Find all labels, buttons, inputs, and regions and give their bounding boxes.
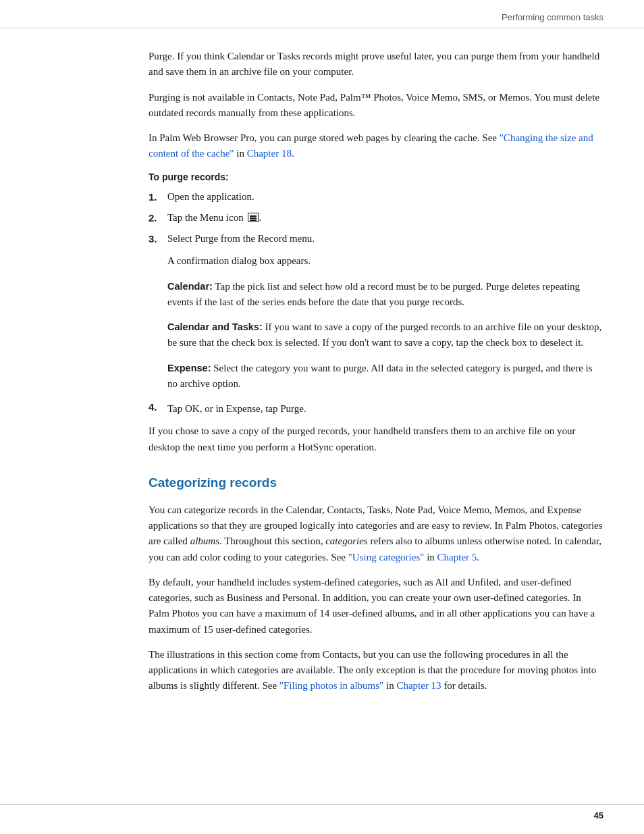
- link-chapter18[interactable]: Chapter 18: [247, 148, 292, 159]
- header-title: Performing common tasks: [502, 12, 603, 22]
- section-para1-mid: . Throughout this section,: [219, 536, 325, 546]
- step-4-number: 4.: [149, 401, 167, 413]
- calendar-label: Calendar:: [167, 281, 213, 292]
- para3-prefix-text: In Palm Web Browser Pro, you can purge s…: [149, 132, 500, 143]
- section-para3-in: in: [383, 680, 396, 691]
- step-2-number: 2.: [149, 210, 167, 226]
- section-heading: Categorizing records: [149, 475, 603, 490]
- step-3-text: Select Purge from the Record menu.: [167, 231, 603, 246]
- section-para1-italic2: categories: [325, 536, 367, 546]
- section-para2: By default, your handheld includes syste…: [149, 575, 603, 637]
- calendar-tasks-label: Calendar and Tasks:: [167, 321, 263, 332]
- expense-text: Select the category you want to purge. A…: [167, 363, 593, 389]
- para3-suffix-text: .: [292, 148, 294, 159]
- page-number: 45: [594, 810, 603, 820]
- section-para1-italic: albums: [190, 536, 219, 546]
- section-para1-in: in: [424, 552, 437, 563]
- step-1-number: 1.: [149, 189, 167, 205]
- step-4-text: Tap OK, or in Expense, tap Purge.: [167, 401, 306, 417]
- page-header: Performing common tasks: [0, 0, 644, 28]
- step-1: 1. Open the application.: [149, 189, 603, 205]
- calendar-note: Calendar: Tap the pick list and select h…: [167, 279, 603, 311]
- confirmation-text: A confirmation dialog box appears.: [167, 253, 603, 269]
- page-footer: 45: [0, 804, 644, 820]
- step-4: 4. Tap OK, or in Expense, tap Purge.: [149, 401, 603, 417]
- section-para1: You can categorize records in the Calend…: [149, 502, 603, 565]
- para-palm-web-browser: In Palm Web Browser Pro, you can purge s…: [149, 130, 603, 162]
- para-purge-intro: Purge. If you think Calendar or Tasks re…: [149, 49, 603, 80]
- section-para3: The illustrations in this section come f…: [149, 647, 603, 694]
- step-2: 2. Tap the Menu icon .: [149, 210, 603, 226]
- para-purge-not-available: Purging is not available in Contacts, No…: [149, 90, 603, 122]
- para3-mid-text: in: [234, 148, 246, 159]
- main-content: Purge. If you think Calendar or Tasks re…: [0, 28, 644, 724]
- page-container: Performing common tasks Purge. If you th…: [0, 0, 644, 834]
- calendar-text: Tap the pick list and select how old a r…: [167, 281, 580, 307]
- para-after-steps: If you chose to save a copy of the purge…: [149, 423, 603, 455]
- procedure-heading: To purge records:: [149, 172, 603, 182]
- link-using-categories[interactable]: "Using categories": [348, 552, 425, 563]
- link-chapter5[interactable]: Chapter 5: [437, 552, 477, 563]
- step-3: 3. Select Purge from the Record menu.: [149, 231, 603, 246]
- step-3-number: 3.: [149, 231, 167, 246]
- step-1-text: Open the application.: [167, 189, 603, 205]
- step3-subparagraphs: A confirmation dialog box appears. Calen…: [167, 253, 603, 392]
- step-2-text: Tap the Menu icon .: [167, 210, 603, 226]
- calendar-tasks-note: Calendar and Tasks: If you want to save …: [167, 319, 603, 351]
- expense-note: Expense: Select the category you want to…: [167, 361, 603, 392]
- link-filing-photos[interactable]: "Filing photos in albums": [279, 680, 383, 691]
- expense-label: Expense:: [167, 363, 211, 373]
- steps-list: 1. Open the application. 2. Tap the Menu…: [149, 189, 603, 247]
- section-para3-suffix: for details.: [441, 680, 487, 691]
- link-chapter13[interactable]: Chapter 13: [396, 680, 441, 691]
- menu-icon: [248, 213, 259, 222]
- section-para1-suffix: .: [477, 552, 479, 563]
